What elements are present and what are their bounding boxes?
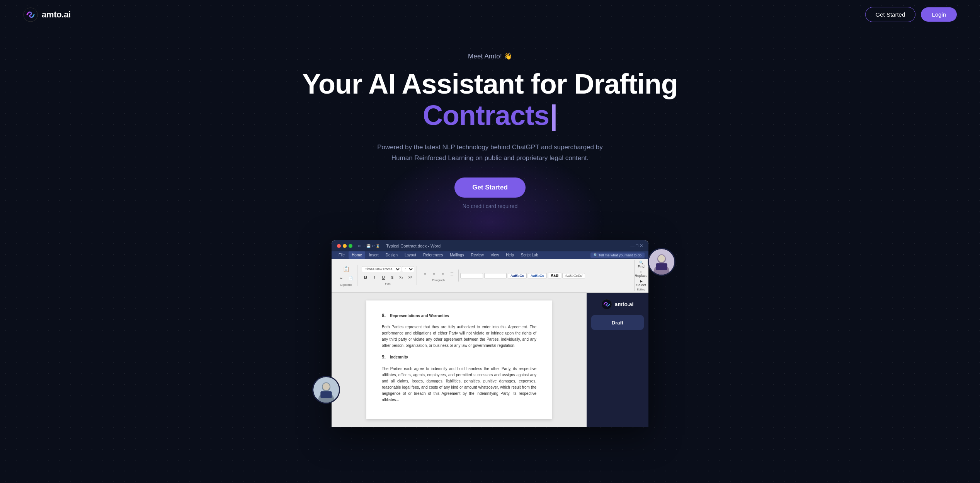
toolbar-clipboard: 📋 ✂ 📄 Clipboard xyxy=(335,265,357,286)
section-9-header: 9. Indemnity xyxy=(382,353,536,361)
hero-section: Meet Amto! 👋 Your AI Assistant for Draft… xyxy=(0,29,980,225)
panel-logo-icon xyxy=(601,299,612,310)
doc-title-text: Typical Contract.docx - Word xyxy=(386,244,441,248)
toolbar-align-right[interactable]: ≡ xyxy=(439,270,447,278)
toolbar-underline[interactable]: U xyxy=(379,273,388,282)
avatar-left-image xyxy=(313,377,339,403)
toolbar-superscript[interactable]: X² xyxy=(406,273,414,282)
svg-point-4 xyxy=(323,383,330,390)
toolbar-font-group: Times New Roma 10.5 B I U S̶ X₂ X² xyxy=(359,266,417,285)
toolbar-strikethrough[interactable]: S̶ xyxy=(388,273,396,282)
panel-logo: amto.ai xyxy=(601,299,633,310)
toolbar-find[interactable]: 🔍 Find xyxy=(637,260,645,269)
hero-title-line1: Your AI Assistant for Drafting xyxy=(8,69,972,99)
toolbar-editing: 🔍 Find ↔ Replace ▶ Select Editing xyxy=(634,260,645,291)
style-title[interactable]: AaB xyxy=(548,273,561,278)
ribbon-tab-help[interactable]: Help xyxy=(503,251,517,259)
toolbar-align-left[interactable]: ≡ xyxy=(421,270,429,278)
toolbar-copy[interactable]: 📄 xyxy=(346,274,355,283)
section-9-number: 9. xyxy=(382,354,386,360)
toolbar-replace[interactable]: ↔ Replace xyxy=(637,270,645,278)
style-subtitle[interactable]: AaBbCcDd xyxy=(562,273,585,278)
font-family-select[interactable]: Times New Roma xyxy=(362,266,401,272)
doc-title-bar: ⬅ → 💾 ↩ ⌛ Typical Contract.docx - Word —… xyxy=(332,240,648,251)
section-8-text: Both Parties represent that they are ful… xyxy=(382,324,536,349)
draft-label: Draft xyxy=(612,320,623,326)
ribbon-tab-review[interactable]: Review xyxy=(468,251,487,259)
section-8-number: 8. xyxy=(382,313,386,318)
logo-icon xyxy=(23,7,38,22)
quick-access-icons: ⬅ → 💾 ↩ ⌛ xyxy=(358,244,380,248)
section-8-title: Representations and Warranties xyxy=(390,314,449,318)
toolbar-italic[interactable]: I xyxy=(370,273,379,282)
styles-preview: AaBbCcDd AaBbCcDd AaBbCc AaBbCc AaB AaBb… xyxy=(460,273,633,278)
toolbar-align-center[interactable]: ≡ xyxy=(430,270,438,278)
header-actions: Get Started Login xyxy=(865,7,957,22)
clipboard-label: Clipboard xyxy=(340,283,352,286)
toolbar-justify[interactable]: ☰ xyxy=(447,270,456,278)
doc-section-8: 8. Representations and Warranties Both P… xyxy=(382,312,536,349)
window-minimize-dot xyxy=(343,244,347,248)
ribbon-tabs: File Home Insert Design Layout Reference… xyxy=(332,251,648,259)
svg-rect-10 xyxy=(656,263,667,270)
doc-main-area: 8. Representations and Warranties Both P… xyxy=(332,293,587,427)
document-window: ⬅ → 💾 ↩ ⌛ Typical Contract.docx - Word —… xyxy=(332,240,648,427)
doc-page: 8. Representations and Warranties Both P… xyxy=(366,300,552,419)
ribbon-tab-references[interactable]: References xyxy=(420,251,446,259)
panel-logo-text: amto.ai xyxy=(614,301,633,307)
avatar-right-image xyxy=(649,249,674,275)
toolbar-subscript[interactable]: X₂ xyxy=(397,273,405,282)
logo-text: amto.ai xyxy=(42,10,71,20)
ribbon-tab-view[interactable]: View xyxy=(488,251,502,259)
ribbon-tab-home[interactable]: Home xyxy=(349,251,365,259)
header-get-started-button[interactable]: Get Started xyxy=(865,7,916,22)
window-maximize-dot xyxy=(349,244,352,248)
editing-label: Editing xyxy=(637,288,645,291)
section-9-text: The Parties each agree to indemnify and … xyxy=(382,366,536,403)
doc-toolbar: 📋 ✂ 📄 Clipboard Times New Roma 10.5 xyxy=(332,259,648,293)
section-9-title: Indemnity xyxy=(390,355,408,359)
ribbon-tab-scriptlab[interactable]: Script Lab xyxy=(518,251,541,259)
window-action-icons: — □ ✕ xyxy=(630,243,643,248)
toolbar-paste[interactable]: 📋 xyxy=(342,265,350,273)
doc-title-bar-left: ⬅ → 💾 ↩ ⌛ Typical Contract.docx - Word xyxy=(337,244,441,248)
hero-title-line2: Contracts xyxy=(8,99,972,131)
window-controls xyxy=(337,244,352,248)
header-login-button[interactable]: Login xyxy=(921,7,957,22)
svg-rect-5 xyxy=(320,391,332,398)
style-no-spacing[interactable]: AaBbCcDd xyxy=(484,273,507,278)
ribbon-tab-layout[interactable]: Layout xyxy=(402,251,419,259)
style-heading1[interactable]: AaBbCc xyxy=(508,273,527,278)
hero-title: Your AI Assistant for Drafting Contracts xyxy=(8,69,972,131)
toolbar-bold[interactable]: B xyxy=(361,273,370,282)
doc-content: 8. Representations and Warranties Both P… xyxy=(332,293,648,427)
style-normal[interactable]: AaBbCcDd xyxy=(460,273,483,278)
font-label: Font xyxy=(385,282,390,285)
hero-cta-button[interactable]: Get Started xyxy=(454,177,526,198)
toolbar-cut[interactable]: ✂ xyxy=(337,274,345,283)
window-close-dot xyxy=(337,244,341,248)
no-credit-card-text: No credit card required xyxy=(8,203,972,209)
screenshot-area: ⬅ → 💾 ↩ ⌛ Typical Contract.docx - Word —… xyxy=(316,240,664,427)
svg-point-9 xyxy=(658,255,665,262)
tell-me-box[interactable]: 🔍 Tell me what you want to do xyxy=(590,253,645,258)
section-8-header: 8. Representations and Warranties xyxy=(382,312,536,319)
logo: amto.ai xyxy=(23,7,71,22)
doc-section-9: 9. Indemnity The Parties each agree to i… xyxy=(382,353,536,403)
font-size-select[interactable]: 10.5 xyxy=(402,266,414,272)
ribbon-tab-insert[interactable]: Insert xyxy=(366,251,382,259)
doc-title-bar-right: — □ ✕ xyxy=(630,243,643,248)
avatar-right xyxy=(648,248,675,276)
style-heading2[interactable]: AaBbCc xyxy=(528,273,547,278)
draft-badge: Draft xyxy=(591,315,644,330)
paragraph-label: Paragraph xyxy=(432,279,445,282)
header: amto.ai Get Started Login xyxy=(0,0,980,29)
ribbon-tab-mailings[interactable]: Mailings xyxy=(447,251,467,259)
toolbar-select[interactable]: ▶ Select xyxy=(637,279,645,287)
ribbon-tab-file[interactable]: File xyxy=(335,251,348,259)
toolbar-paragraph-group: ≡ ≡ ≡ ☰ Paragraph xyxy=(419,270,459,282)
amto-side-panel: amto.ai Draft xyxy=(587,293,648,427)
ribbon-tab-design[interactable]: Design xyxy=(383,251,401,259)
avatar-left xyxy=(312,376,340,404)
hero-tagline: Meet Amto! 👋 xyxy=(8,52,972,60)
